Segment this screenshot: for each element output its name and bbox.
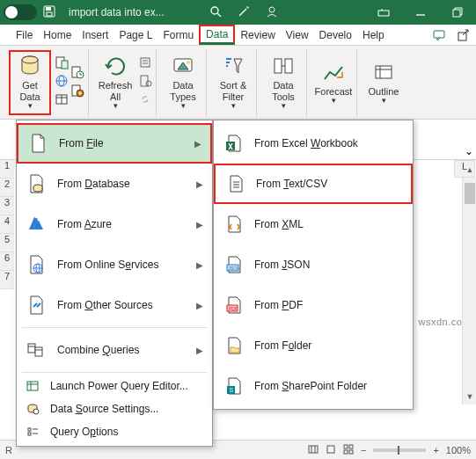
chevron-down-icon: ▾ [114, 102, 118, 111]
chevron-right-icon: ▶ [196, 179, 203, 189]
menu-from-database[interactable]: From Database ▶ [17, 164, 212, 204]
view-break-icon[interactable] [343, 444, 354, 456]
menu-from-other[interactable]: From Other Sources ▶ [17, 285, 212, 325]
svg-rect-51 [27, 382, 38, 390]
menu-combine-queries[interactable]: Combine Queries ▶ [17, 330, 212, 370]
svg-point-6 [269, 7, 275, 12]
row-header[interactable]: 6 [0, 252, 14, 271]
menu-query-options[interactable]: Query Options [17, 420, 212, 443]
forecast-label: Forecast [315, 86, 353, 97]
tab-help[interactable]: Help [357, 25, 390, 45]
menu-item-label: From Excel Workbook [254, 137, 404, 149]
tab-developer[interactable]: Develo [314, 25, 357, 45]
svg-point-35 [187, 61, 190, 64]
refresh-all-button[interactable]: Refresh All ▾ [96, 51, 135, 114]
menu-from-json[interactable]: JSON From JSON [214, 244, 413, 285]
share-icon[interactable] [451, 25, 476, 45]
excel-icon [223, 133, 244, 154]
svg-line-4 [217, 13, 221, 17]
tab-home[interactable]: Home [38, 25, 77, 45]
get-data-button[interactable]: Get Data ▾ [9, 50, 51, 115]
zoom-slider[interactable] [373, 448, 426, 452]
menu-from-file[interactable]: From File ▶ [17, 123, 212, 164]
expand-formula-icon[interactable]: ⌄ [462, 145, 476, 157]
menu-item-label: From Text/CSV [256, 178, 402, 190]
scroll-down-icon[interactable]: ▼ [463, 392, 476, 404]
menu-item-label: Query Options [50, 426, 203, 438]
tab-pagelayout[interactable]: Page L [114, 25, 157, 45]
data-types-icon [171, 54, 195, 78]
data-types-label: Data Types [164, 80, 202, 101]
tab-view[interactable]: View [281, 25, 314, 45]
vertical-scrollbar[interactable]: ▲ ▼ [462, 178, 476, 404]
properties-icon[interactable] [138, 74, 152, 91]
wand-icon[interactable] [237, 4, 251, 21]
search-icon[interactable] [209, 4, 223, 21]
comments-icon[interactable] [427, 25, 451, 45]
edit-links-icon[interactable] [138, 92, 152, 109]
refresh-label: Refresh All [96, 80, 135, 101]
account-icon[interactable] [265, 4, 279, 21]
view-layout-icon[interactable] [326, 444, 336, 456]
zoom-in[interactable]: + [433, 445, 438, 455]
row-header[interactable]: 2 [0, 178, 14, 197]
menu-from-folder[interactable]: From Folder [214, 325, 413, 366]
menu-launch-pq[interactable]: Launch Power Query Editor... [17, 375, 212, 397]
from-text-icon[interactable] [55, 55, 69, 72]
menu-from-text-csv[interactable]: From Text/CSV [214, 164, 413, 204]
tab-formulas[interactable]: Formu [157, 25, 199, 45]
existing-conn-icon[interactable] [70, 84, 84, 100]
menu-from-xml[interactable]: From XML [214, 204, 413, 244]
svg-rect-37 [285, 59, 292, 73]
row-header[interactable]: 5 [0, 234, 14, 252]
other-sources-icon [26, 295, 47, 316]
scroll-up-icon[interactable]: ▲ [463, 165, 476, 178]
autosave-toggle[interactable] [4, 4, 37, 20]
get-data-label: Get Data [11, 80, 49, 101]
zoom-level[interactable]: 100% [446, 445, 471, 455]
get-data-menu: From File ▶ From Database ▶ From Azure ▶… [16, 120, 213, 447]
menu-from-sharepoint-folder[interactable]: S From SharePoint Folder [214, 366, 413, 406]
ribbon-options-icon[interactable] [369, 0, 399, 25]
recent-sources-icon[interactable] [70, 65, 84, 82]
tab-data[interactable]: Data [199, 25, 235, 45]
data-tools-icon [271, 54, 296, 78]
svg-line-5 [239, 9, 246, 16]
view-normal-icon[interactable] [308, 444, 319, 456]
row-header[interactable]: 7 [0, 271, 14, 289]
queries-conn-icon[interactable] [138, 55, 152, 72]
data-tools-button[interactable]: Data Tools ▾ [264, 51, 303, 114]
menu-data-source-settings[interactable]: Data Source Settings... [17, 397, 212, 420]
from-table-icon[interactable] [55, 92, 69, 109]
outline-button[interactable]: Outline ▾ [364, 51, 403, 114]
menu-from-pdf[interactable]: PDF From PDF [214, 285, 413, 325]
menu-from-azure[interactable]: From Azure ▶ [17, 204, 212, 244]
from-web-icon[interactable] [55, 74, 69, 91]
svg-rect-74 [344, 445, 348, 448]
data-types-button[interactable]: Data Types ▾ [164, 51, 202, 114]
row-header[interactable]: 4 [0, 215, 14, 234]
zoom-out[interactable]: − [361, 445, 366, 455]
save-icon[interactable] [42, 4, 56, 21]
tab-review[interactable]: Review [235, 25, 280, 45]
menu-item-label: From Folder [254, 339, 404, 352]
row-header[interactable]: 3 [0, 197, 14, 215]
sort-filter-button[interactable]: Sort & Filter ▾ [214, 51, 253, 114]
settings-icon [26, 402, 40, 416]
tab-file[interactable]: File [11, 25, 38, 45]
svg-rect-77 [349, 450, 353, 454]
svg-rect-1 [46, 7, 51, 11]
svg-rect-48 [35, 347, 42, 356]
restore-icon[interactable] [443, 0, 472, 25]
menu-from-online[interactable]: From Online Services ▶ [17, 244, 212, 285]
row-header[interactable]: 1 [0, 160, 14, 178]
xml-icon [223, 214, 244, 235]
svg-rect-58 [28, 433, 31, 435]
scroll-thumb[interactable] [465, 183, 475, 204]
menu-from-workbook[interactable]: From Excel Workbook [214, 123, 413, 164]
minimize-icon[interactable] [406, 0, 436, 25]
outline-label: Outline [369, 86, 399, 97]
forecast-button[interactable]: Forecast ▾ [314, 51, 353, 114]
tab-insert[interactable]: Insert [77, 25, 114, 45]
svg-rect-10 [453, 10, 460, 17]
